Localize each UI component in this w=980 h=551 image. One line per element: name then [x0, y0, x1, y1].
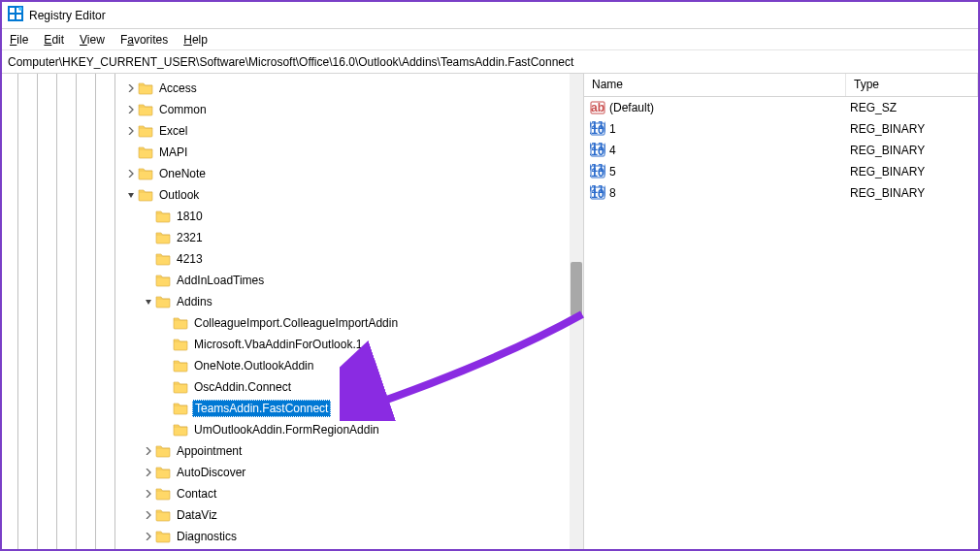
chevron-right-icon[interactable]	[124, 127, 138, 135]
value-name: (Default)	[607, 101, 850, 114]
tree-item[interactable]: Access	[2, 78, 583, 99]
chevron-right-icon[interactable]	[142, 490, 155, 498]
tree-item-label: MAPI	[157, 145, 189, 160]
folder-icon	[155, 274, 171, 287]
menu-favorites[interactable]: Favorites	[120, 33, 168, 47]
tree-item-label: OneNote	[157, 166, 208, 181]
tree-item-label: 4213	[175, 251, 205, 267]
tree-item[interactable]: TeamsAddin.FastConnect	[2, 398, 583, 419]
chevron-right-icon[interactable]	[142, 469, 155, 476]
folder-icon	[138, 81, 153, 95]
tree-item[interactable]: 4213	[2, 248, 583, 270]
address-bar	[2, 50, 978, 74]
menu-edit[interactable]: Edit	[44, 33, 64, 47]
value-row[interactable]: 011011004REG_BINARY	[584, 140, 978, 161]
tree-pane: AccessCommonExcelMAPIOneNoteOutlook18102…	[2, 74, 584, 549]
menu-help[interactable]: Help	[183, 33, 208, 47]
menu-file[interactable]: File	[10, 33, 28, 47]
tree-item[interactable]: OscAddin.Connect	[2, 376, 583, 398]
tree-item[interactable]: Common	[2, 99, 583, 120]
tree-item-label: TeamsAddin.FastConnect	[192, 400, 331, 417]
tree-item-label: Addins	[175, 294, 214, 309]
tree-item[interactable]: DataViz	[2, 504, 583, 526]
scrollbar-thumb[interactable]	[571, 262, 582, 316]
values-pane: Name Type ab(Default)REG_SZ011011001REG_…	[584, 74, 978, 549]
tree-item[interactable]: Excel	[2, 120, 583, 142]
address-input[interactable]	[6, 53, 974, 71]
tree-item[interactable]: Addins	[2, 291, 583, 312]
folder-icon	[138, 167, 153, 180]
binary-value-icon: 01101100	[590, 164, 607, 179]
binary-value-icon: 01101100	[590, 185, 607, 201]
folder-icon	[155, 444, 171, 458]
value-row[interactable]: 011011001REG_BINARY	[584, 118, 978, 140]
folder-icon	[155, 210, 171, 223]
chevron-down-icon[interactable]	[124, 191, 138, 199]
chevron-down-icon[interactable]	[142, 298, 155, 306]
svg-rect-4	[16, 15, 21, 19]
folder-icon	[155, 252, 171, 266]
svg-text:1100: 1100	[590, 187, 605, 201]
tree-item[interactable]: OneNote	[2, 163, 583, 184]
binary-value-icon: 01101100	[590, 121, 607, 137]
value-row[interactable]: 011011008REG_BINARY	[584, 182, 978, 204]
chevron-right-icon[interactable]	[124, 84, 138, 92]
tree-item[interactable]: Diagnostics	[2, 526, 583, 547]
tree-item[interactable]: 1810	[2, 206, 583, 227]
value-row[interactable]: 011011005REG_BINARY	[584, 161, 978, 182]
svg-rect-1	[10, 8, 15, 13]
chevron-right-icon[interactable]	[124, 106, 138, 113]
chevron-right-icon[interactable]	[124, 170, 138, 178]
tree-item[interactable]: AutoDiscover	[2, 462, 583, 483]
tree-item[interactable]: Appointment	[2, 440, 583, 462]
column-name-header[interactable]: Name	[584, 74, 846, 96]
svg-text:1100: 1100	[590, 166, 605, 179]
value-type: REG_BINARY	[850, 186, 978, 200]
folder-icon	[155, 508, 171, 522]
column-type-header[interactable]: Type	[846, 74, 978, 96]
svg-text:1100: 1100	[590, 123, 605, 137]
tree-item-label: AutoDiscover	[175, 465, 247, 480]
folder-icon	[155, 530, 171, 543]
tree-item[interactable]: AddInLoadTimes	[2, 270, 583, 291]
tree-item[interactable]: ColleagueImport.ColleagueImportAddin	[2, 312, 583, 334]
tree-item-label: AddInLoadTimes	[175, 273, 266, 288]
tree-item[interactable]: 2321	[2, 227, 583, 248]
value-name: 1	[607, 122, 850, 136]
tree-item[interactable]: MAPI	[2, 142, 583, 163]
chevron-right-icon[interactable]	[142, 511, 155, 519]
folder-icon	[173, 402, 188, 415]
tree-item-label: Outlook	[157, 187, 201, 203]
string-value-icon: ab	[590, 100, 607, 115]
folder-icon	[173, 423, 188, 437]
tree-item-label: OscAddin.Connect	[192, 379, 293, 395]
svg-point-5	[18, 7, 22, 11]
folder-icon	[138, 124, 153, 138]
menu-bar: File Edit View Favorites Help	[2, 29, 978, 50]
tree-item-label: 1810	[175, 209, 205, 224]
value-type: REG_SZ	[850, 101, 978, 114]
regedit-icon	[8, 6, 23, 24]
value-type: REG_BINARY	[850, 165, 978, 178]
folder-icon	[155, 295, 171, 308]
folder-icon	[173, 316, 188, 330]
tree-item-label: Excel	[157, 123, 189, 139]
tree-item[interactable]: OneNote.OutlookAddin	[2, 355, 583, 376]
chevron-right-icon[interactable]	[142, 533, 155, 540]
tree-item[interactable]: Microsoft.VbaAddinForOutlook.1	[2, 334, 583, 355]
folder-icon	[138, 188, 153, 202]
menu-view[interactable]: View	[80, 33, 105, 47]
folder-icon	[173, 380, 188, 394]
window-title: Registry Editor	[29, 9, 106, 22]
value-name: 4	[607, 144, 850, 157]
tree-item[interactable]: Outlook	[2, 184, 583, 206]
value-name: 8	[607, 186, 850, 200]
value-row[interactable]: ab(Default)REG_SZ	[584, 97, 978, 118]
value-name: 5	[607, 165, 850, 178]
chevron-right-icon[interactable]	[142, 447, 155, 455]
tree-scrollbar[interactable]	[570, 74, 583, 549]
tree-item[interactable]: UmOutlookAddin.FormRegionAddin	[2, 419, 583, 440]
tree-item[interactable]: Contact	[2, 483, 583, 504]
values-header: Name Type	[584, 74, 978, 97]
folder-icon	[155, 466, 171, 479]
